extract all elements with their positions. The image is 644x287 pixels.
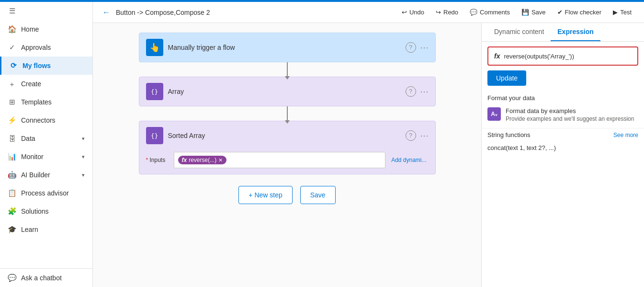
array-actions: ? ⋯ — [406, 86, 429, 97]
templates-icon: ⊞ — [8, 98, 16, 106]
sidebar-item-ai-builder[interactable]: 🤖 AI Builder ▾ — [0, 166, 92, 184]
redo-button[interactable]: ↪ Redo — [431, 6, 463, 19]
sidebar-item-templates[interactable]: ⊞ Templates — [0, 93, 92, 111]
step-header-array: {} Array ? ⋯ — [139, 77, 435, 106]
format-by-examples-desc: Provide examples and we'll suggest an ex… — [506, 115, 638, 122]
panel-tabs: Dynamic content Expression — [482, 23, 644, 42]
step-header-sorted-array: {} Sorted Array ? ⋯ — [139, 121, 435, 150]
approvals-label: Approvals — [21, 44, 85, 51]
monitor-icon: 📊 — [8, 152, 16, 161]
array-more-icon[interactable]: ⋯ — [420, 86, 429, 97]
breadcrumb: Button -> Compose,Compose 2 — [116, 9, 393, 16]
trigger-more-icon[interactable]: ⋯ — [420, 42, 429, 53]
sidebar-item-my-flows[interactable]: ⟳ My flows — [0, 57, 92, 75]
ai-builder-chevron-icon: ▾ — [82, 172, 85, 178]
solutions-icon: 🧩 — [8, 207, 16, 216]
sidebar-item-solutions[interactable]: 🧩 Solutions — [0, 202, 92, 220]
data-chevron-icon: ▾ — [82, 136, 85, 142]
data-label: Data — [21, 135, 77, 142]
main-area: ← Button -> Compose,Compose 2 ↩ Undo ↪ R… — [93, 2, 644, 287]
flow-actions-row: + New step Save — [238, 186, 335, 204]
flow-canvas: 👆 Manually trigger a flow ? ⋯ — [93, 23, 481, 287]
panel-expression-text[interactable]: reverse(outputs('Array_')) — [504, 53, 632, 60]
save-icon: 💾 — [521, 9, 529, 16]
flow-save-button[interactable]: Save — [300, 186, 336, 204]
trigger-help-icon[interactable]: ? — [406, 42, 416, 53]
sorted-array-more-icon[interactable]: ⋯ — [420, 130, 429, 141]
chatbot-icon: 💬 — [8, 274, 16, 282]
flow-checker-icon: ✔ — [557, 9, 563, 16]
tab-expression[interactable]: Expression — [551, 23, 600, 41]
panel-fx-label: fx — [494, 52, 500, 60]
right-panel: Dynamic content Expression fx reverse(ou… — [481, 23, 644, 287]
content-area: 👆 Manually trigger a flow ? ⋯ — [93, 23, 644, 287]
trigger-icon: 👆 — [146, 39, 163, 56]
save-button[interactable]: 💾 Save — [517, 6, 551, 19]
learn-icon: 🎓 — [8, 225, 16, 234]
approvals-icon: ✓ — [8, 43, 16, 52]
test-icon: ▶ — [613, 9, 618, 16]
expression-tag[interactable]: fx reverse(...) ✕ — [178, 156, 227, 164]
format-section-title: Format your data — [482, 91, 644, 103]
sidebar-item-create[interactable]: + Create — [0, 75, 92, 93]
inputs-label: * Inputs — [146, 157, 170, 163]
inputs-input-area[interactable]: fx reverse(...) ✕ — [174, 152, 386, 168]
array-icon: {} — [146, 83, 163, 100]
back-button[interactable]: ← — [101, 6, 112, 19]
step-sorted-array: {} Sorted Array ? ⋯ * Inputs — [139, 121, 436, 174]
my-flows-label: My flows — [23, 62, 85, 69]
sidebar-item-home[interactable]: 🏠 Home — [0, 20, 92, 38]
sidebar-bottom: 💬 Ask a chatbot — [0, 268, 92, 287]
home-label: Home — [21, 25, 85, 33]
header-bar: ← Button -> Compose,Compose 2 ↩ Undo ↪ R… — [93, 2, 644, 23]
step-array: {} Array ? ⋯ — [139, 77, 436, 106]
sidebar-item-approvals[interactable]: ✓ Approvals — [0, 38, 92, 57]
format-by-examples-item[interactable]: Aᵥ Format data by examples Provide examp… — [482, 103, 644, 126]
see-more-link[interactable]: See more — [613, 132, 638, 138]
format-by-examples-icon: Aᵥ — [487, 107, 501, 121]
comments-icon: 💬 — [470, 9, 477, 16]
sidebar-item-data[interactable]: 🗄 Data ▾ — [0, 129, 92, 148]
connectors-icon: ⚡ — [8, 116, 16, 125]
sidebar-item-monitor[interactable]: 📊 Monitor ▾ — [0, 148, 92, 166]
connector-arrow-1 — [287, 62, 288, 77]
hamburger-menu[interactable]: ☰ — [0, 2, 92, 20]
data-icon: 🗄 — [8, 134, 16, 143]
step-trigger: 👆 Manually trigger a flow ? ⋯ — [139, 33, 436, 62]
add-dynamic-link[interactable]: Add dynami... — [389, 155, 428, 165]
test-button[interactable]: ▶ Test — [608, 6, 636, 19]
array-help-icon[interactable]: ? — [406, 86, 416, 97]
redo-icon: ↪ — [436, 9, 441, 16]
comments-button[interactable]: 💬 Comments — [465, 6, 515, 19]
chatbot-item[interactable]: 💬 Ask a chatbot — [0, 269, 92, 287]
inputs-field: * Inputs fx reverse(...) ✕ Add dyna — [146, 152, 429, 168]
sorted-array-icon: {} — [146, 127, 163, 144]
undo-button[interactable]: ↩ Undo — [397, 6, 429, 19]
string-functions-label: String functions — [487, 131, 531, 138]
create-label: Create — [21, 80, 85, 88]
flow-checker-button[interactable]: ✔ Flow checker — [553, 6, 607, 19]
expression-tag-close[interactable]: ✕ — [218, 157, 223, 163]
monitor-chevron-icon: ▾ — [82, 154, 85, 160]
update-button[interactable]: Update — [487, 70, 526, 86]
sidebar-item-process-advisor[interactable]: 📋 Process advisor — [0, 184, 92, 202]
create-icon: + — [8, 80, 16, 88]
flow-steps: 👆 Manually trigger a flow ? ⋯ — [139, 33, 436, 204]
expression-input-area[interactable]: fx reverse(outputs('Array_')) — [487, 46, 638, 66]
solutions-label: Solutions — [21, 207, 85, 215]
process-advisor-label: Process advisor — [21, 189, 85, 197]
sidebar-item-connectors[interactable]: ⚡ Connectors — [0, 111, 92, 129]
trigger-title: Manually trigger a flow — [168, 44, 401, 51]
monitor-label: Monitor — [21, 153, 77, 161]
header-actions: ↩ Undo ↪ Redo 💬 Comments 💾 Save ✔ Fl — [397, 6, 636, 19]
new-step-button[interactable]: + New step — [238, 186, 292, 204]
ai-builder-label: AI Builder — [21, 171, 77, 179]
connector-arrow-2 — [287, 106, 288, 121]
my-flows-icon: ⟳ — [9, 61, 18, 70]
tab-dynamic-content[interactable]: Dynamic content — [487, 23, 551, 41]
sorted-array-help-icon[interactable]: ? — [406, 130, 416, 141]
ai-builder-icon: 🤖 — [8, 171, 16, 179]
concat-item[interactable]: concat(text 1, text 2?, ...) — [482, 141, 644, 151]
sidebar-item-learn[interactable]: 🎓 Learn — [0, 220, 92, 239]
sorted-array-body: * Inputs fx reverse(...) ✕ Add dyna — [139, 152, 435, 174]
